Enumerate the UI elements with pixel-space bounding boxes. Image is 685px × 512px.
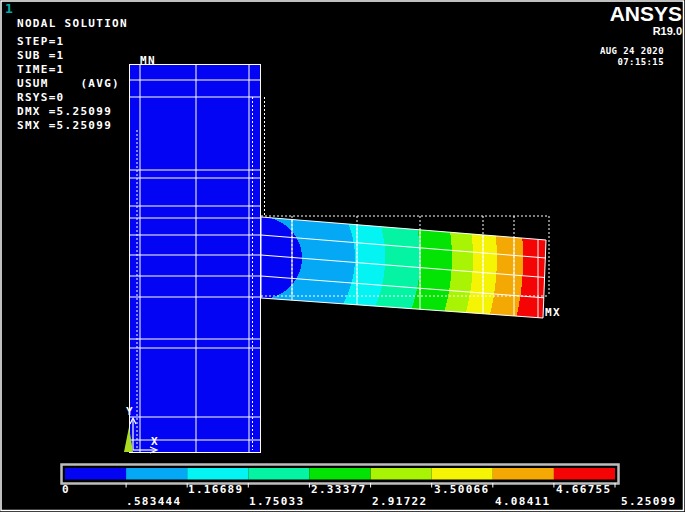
legend-value-3: 1.75033 bbox=[249, 495, 304, 509]
beam-contour bbox=[261, 216, 549, 318]
solution-header: NODAL SOLUTION STEP=1 SUB =1 TIME=1 USUM… bbox=[17, 17, 128, 133]
header-title: NODAL SOLUTION bbox=[17, 17, 128, 31]
ansys-logo: ANSYS bbox=[610, 3, 682, 24]
legend-value-2: 1.16689 bbox=[188, 483, 243, 497]
legend-value-8: 4.66755 bbox=[556, 483, 611, 497]
min-node-label: MN bbox=[140, 54, 156, 68]
ansys-release: R19.0 bbox=[653, 25, 682, 37]
legend-value-5: 2.91722 bbox=[372, 495, 427, 509]
header-usum: USUM (AVG) bbox=[17, 77, 128, 91]
legend-value-4: 2.33377 bbox=[311, 483, 366, 497]
header-time: TIME=1 bbox=[17, 63, 128, 77]
date-label: AUG 24 2020 bbox=[600, 46, 664, 56]
x-axis-label: X bbox=[151, 435, 159, 449]
max-node-label: MX bbox=[545, 306, 561, 320]
column-mesh bbox=[130, 65, 265, 453]
time-label: 07:15:15 bbox=[617, 57, 664, 67]
legend-value-9: 5.25099 bbox=[621, 495, 676, 509]
colorbar-segments bbox=[65, 468, 615, 480]
header-step: STEP=1 bbox=[17, 35, 128, 49]
ansys-graphics-window: 1 NODAL SOLUTION STEP=1 SUB =1 TIME=1 US… bbox=[0, 0, 685, 512]
legend-value-7: 4.08411 bbox=[495, 495, 550, 509]
legend-value-0: 0 bbox=[62, 483, 70, 497]
y-axis-label: Y bbox=[126, 405, 134, 419]
plot-number: 1 bbox=[5, 2, 14, 16]
legend-value-1: .583444 bbox=[126, 495, 181, 509]
header-smx: SMX =5.25099 bbox=[17, 119, 128, 133]
header-dmx: DMX =5.25099 bbox=[17, 105, 128, 119]
header-sub: SUB =1 bbox=[17, 49, 128, 63]
legend-value-6: 3.50066 bbox=[434, 483, 489, 497]
header-rsys: RSYS=0 bbox=[17, 91, 128, 105]
